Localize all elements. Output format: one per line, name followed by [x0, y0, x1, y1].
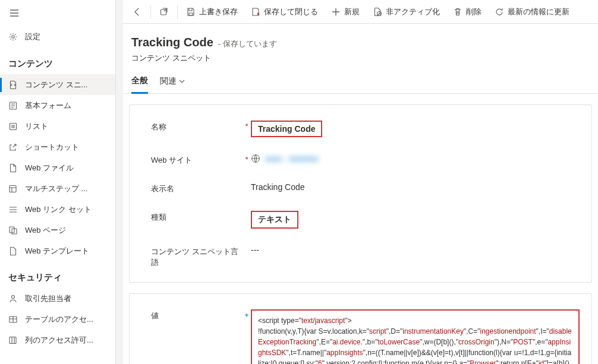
sidebar-settings[interactable]: 設定 — [0, 26, 115, 48]
refresh-label: 最新の情報に更新 — [508, 7, 569, 17]
sidebar-settings-label: 設定 — [25, 31, 40, 42]
sidebar-item-label: 列のアクセス許可... — [25, 335, 93, 346]
svg-rect-3 — [10, 185, 16, 192]
sidebar-item-label: マルチステップ ... — [25, 183, 87, 194]
sidebar-item-web-linkset[interactable]: Web リンク セット — [0, 199, 115, 220]
sidebar-item-content-snippet[interactable]: コンテンツ スニ... — [0, 74, 115, 95]
sidebar: 設定 コンテンツ コンテンツ スニ... 基本フォーム リスト ショートカット … — [0, 0, 116, 364]
chevron-down-icon — [179, 78, 185, 84]
sidebar-item-contacts[interactable]: 取引先担当者 — [0, 288, 115, 309]
sidebar-item-web-file[interactable]: Web ファイル — [0, 157, 115, 178]
deactivate-button[interactable]: 非アクティブ化 — [367, 0, 446, 24]
entity-type: コンテンツ スニペット — [131, 53, 593, 64]
file-icon — [8, 163, 18, 173]
sidebar-item-label: ショートカット — [25, 142, 79, 153]
scrollbar[interactable] — [116, 0, 123, 364]
sidebar-item-basic-form[interactable]: 基本フォーム — [0, 95, 115, 116]
gear-icon — [8, 32, 18, 42]
value-panel: 値 + <script type="text/javascript"> !fun… — [129, 293, 592, 364]
website-field[interactable]: xxxx - xxxxxxx — [251, 153, 580, 165]
svg-point-0 — [12, 36, 14, 38]
type-field[interactable]: テキスト — [251, 210, 580, 229]
table-icon — [8, 315, 18, 324]
globe-icon — [251, 154, 260, 163]
name-label: 名称 — [151, 119, 243, 132]
content: 名称 * Tracking Code Web サイト * xxxx - xxxx… — [123, 94, 598, 364]
delete-label: 削除 — [466, 7, 481, 17]
sidebar-item-web-template[interactable]: Web テンプレート — [0, 240, 115, 261]
type-value: テキスト — [251, 211, 298, 229]
required-marker — [243, 244, 251, 246]
sidebar-item-label: 基本フォーム — [25, 100, 71, 111]
header: Tracking Code - 保存しています コンテンツ スニペット — [123, 24, 598, 69]
toolbar: 上書き保存 保存して閉じる 新規 非アクティブ化 削除 最新の情報に更新 — [123, 0, 598, 24]
open-new-icon — [159, 7, 169, 17]
sidebar-section-security: セキュリティ — [0, 261, 115, 288]
sidebar-item-multistep[interactable]: マルチステップ ... — [0, 178, 115, 199]
sidebar-item-column-access[interactable]: 列のアクセス許可... — [0, 330, 115, 350]
lang-field[interactable]: --- — [251, 244, 580, 255]
sidebar-item-label: Web リンク セット — [25, 204, 92, 215]
info-marker: + — [243, 308, 251, 319]
person-icon — [8, 294, 18, 303]
column-icon — [8, 335, 18, 345]
svg-rect-8 — [10, 337, 16, 343]
sidebar-item-web-page[interactable]: Web ページ — [0, 220, 115, 240]
page-icon — [8, 226, 18, 235]
save-label: 上書き保存 — [199, 7, 238, 17]
display-value: Tracking Code — [251, 182, 305, 192]
form-icon — [8, 101, 18, 110]
required-marker — [243, 181, 251, 183]
refresh-button[interactable]: 最新の情報に更新 — [489, 0, 575, 24]
sidebar-item-label: テーブルのアクセ... — [25, 314, 93, 325]
delete-icon — [453, 7, 462, 17]
shortcut-icon — [8, 143, 18, 152]
tabs: 全般 関連 — [123, 69, 598, 94]
open-new-button[interactable] — [153, 0, 175, 24]
save-button[interactable]: 上書き保存 — [180, 0, 244, 24]
snippet-icon — [8, 80, 18, 90]
save-close-label: 保存して閉じる — [264, 7, 318, 17]
new-button[interactable]: 新規 — [325, 0, 366, 24]
list-icon — [8, 122, 18, 131]
sidebar-item-label: 取引先担当者 — [25, 293, 71, 304]
back-button[interactable] — [127, 0, 148, 24]
multistep-icon — [8, 184, 18, 194]
name-value: Tracking Code — [251, 121, 322, 137]
tab-related[interactable]: 関連 — [160, 75, 185, 93]
linkset-icon — [8, 205, 18, 214]
value-label: 値 — [151, 308, 243, 321]
display-label: 表示名 — [151, 181, 243, 194]
delete-button[interactable]: 削除 — [447, 0, 487, 24]
tab-general[interactable]: 全般 — [131, 75, 148, 94]
display-field[interactable]: Tracking Code — [251, 181, 580, 192]
main: 上書き保存 保存して閉じる 新規 非アクティブ化 削除 最新の情報に更新 — [123, 0, 598, 364]
required-marker: * — [243, 153, 251, 164]
sidebar-section-contents: コンテンツ — [0, 48, 115, 74]
separator — [150, 5, 151, 18]
sidebar-item-table-access[interactable]: テーブルのアクセ... — [0, 309, 115, 330]
deactivate-icon — [373, 7, 382, 17]
sidebar-item-label: Web ページ — [25, 225, 66, 236]
hamburger-button[interactable] — [2, 4, 26, 23]
website-value: xxxx - xxxxxxx — [265, 154, 318, 163]
back-icon — [133, 7, 142, 17]
code-value: <script type="text/javascript"> !functio… — [251, 309, 580, 364]
name-field[interactable]: Tracking Code — [251, 119, 580, 137]
value-field[interactable]: <script type="text/javascript"> !functio… — [251, 308, 580, 364]
save-icon — [186, 7, 196, 17]
sidebar-item-list[interactable]: リスト — [0, 116, 115, 137]
sidebar-item-label: Web ファイル — [25, 163, 74, 173]
website-label: Web サイト — [151, 153, 243, 166]
svg-point-6 — [12, 295, 15, 298]
sidebar-item-label: Web テンプレート — [25, 246, 89, 257]
sidebar-item-shortcut[interactable]: ショートカット — [0, 137, 115, 157]
save-close-button[interactable]: 保存して閉じる — [245, 0, 324, 24]
required-marker — [243, 210, 251, 212]
separator — [177, 5, 178, 18]
save-status: - 保存しています — [218, 39, 277, 49]
required-marker: * — [243, 119, 251, 131]
form-panel: 名称 * Tracking Code Web サイト * xxxx - xxxx… — [129, 105, 592, 283]
refresh-icon — [495, 7, 504, 17]
deactivate-label: 非アクティブ化 — [386, 7, 440, 17]
